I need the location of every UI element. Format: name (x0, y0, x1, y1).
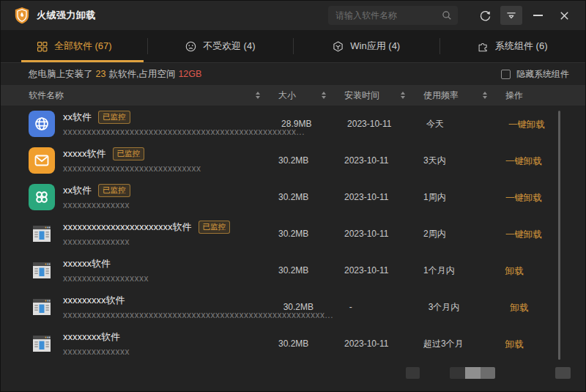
tab-label: 全部软件 (67) (54, 40, 112, 53)
window-app-icon (29, 257, 55, 284)
checkbox-icon[interactable] (501, 70, 511, 79)
tab-win-apps[interactable]: Win应用 (4) (293, 30, 440, 62)
minimize-button[interactable] (527, 6, 549, 25)
tab-all-software[interactable]: 全部软件 (67) (1, 30, 147, 62)
vertical-scrollbar-thumb[interactable] (558, 111, 560, 360)
install-date: 2023-10-11 (335, 339, 414, 349)
filter-button[interactable] (500, 6, 522, 25)
app-size: 30.2MB (269, 192, 335, 202)
table-row: xxxxxx软件 xxxxxxxxxxxxxxxxxx 30.2MB 2023-… (1, 252, 585, 289)
close-icon (559, 10, 570, 21)
minimize-icon (533, 15, 543, 16)
globe-app-icon (29, 111, 55, 137)
app-subtitle: xxxxxxxxxxxxxx (63, 237, 230, 247)
uninstall-link[interactable]: 一键卸载 (496, 155, 542, 168)
column-label: 软件名称 (29, 89, 64, 102)
close-button[interactable] (553, 6, 575, 25)
app-size: 30.2MB (269, 229, 335, 239)
search-box[interactable] (328, 6, 458, 25)
tab-bar: 全部软件 (67) 不受欢迎 (4) Win应用 (4) 系统组件 (6) (1, 30, 585, 63)
occupied-space: 12GB (178, 69, 201, 79)
sort-arrows-icon[interactable] (322, 92, 326, 99)
column-label: 大小 (278, 89, 296, 102)
usage-frequency: 今天 (417, 118, 499, 130)
window-app-icon (29, 294, 55, 320)
usage-frequency: 3个月内 (419, 301, 501, 314)
column-header-name[interactable]: 软件名称 (29, 89, 269, 102)
summary-text: 您电脑上安装了 (29, 68, 93, 81)
app-subtitle: xxxxxxxxxxxxxx (63, 200, 130, 210)
uninstall-link[interactable]: 卸载 (501, 302, 529, 314)
usage-frequency: 超过3个月 (414, 338, 496, 350)
tab-label: 不受欢迎 (4) (203, 40, 256, 53)
install-date: - (340, 302, 419, 312)
pagination-blurred-pages[interactable] (450, 367, 495, 379)
app-name: xxxxxx软件 (63, 257, 111, 270)
uninstall-link[interactable]: 一键卸载 (499, 119, 545, 131)
win-app-hexagon-icon (332, 40, 344, 53)
pagination-blurred-button[interactable] (555, 367, 571, 379)
table-row: xxxxxxxx软件 xxxxxxxxxxxxxx 30.2MB 2023-10… (1, 325, 585, 362)
install-date: 2023-10-11 (335, 155, 414, 166)
app-subtitle: xxxxxxxxxxxxxxxxxx (63, 273, 149, 284)
table-row: xx软件 已监控 xxxxxxxxxxxxxx 30.2MB 2023-10-1… (1, 179, 585, 215)
title-bar: 火绒强力卸载 (1, 1, 585, 30)
column-header-size[interactable]: 大小 (269, 89, 335, 102)
filter-icon (505, 10, 517, 21)
clover-app-icon (29, 184, 55, 210)
app-subtitle: xxxxxxxxxxxxxxxxxxxxxxxxxxxxxxxxxxxxxxxx… (63, 127, 272, 137)
table-row: xxxxxxxxxxxxxxxxxxxxxxx软件 已监控 xxxxxxxxxx… (1, 215, 585, 252)
sort-arrows-icon[interactable] (483, 92, 487, 99)
tab-label: Win应用 (4) (350, 40, 400, 53)
monitored-badge: 已监控 (98, 111, 130, 123)
usage-frequency: 3天内 (414, 155, 496, 167)
sort-arrows-icon[interactable] (256, 92, 260, 99)
app-size: 30.2MB (274, 302, 340, 312)
table-header: 软件名称 大小 安装时间 使用频率 操作 (1, 85, 585, 106)
search-icon (442, 10, 452, 21)
puzzle-icon (477, 40, 489, 53)
app-size: 30.2MB (269, 339, 335, 349)
table-row: xxxxxxxxx软件 xxxxxxxxxxxxxxxxxxxxxxxxxxxx… (1, 289, 585, 325)
tab-system-components[interactable]: 系统组件 (6) (440, 30, 586, 62)
app-name: xxxxxxxxxxxxxxxxxxxxxxx软件 (63, 221, 192, 234)
uninstall-link[interactable]: 卸载 (496, 265, 524, 278)
software-list: xx软件 已监控 xxxxxxxxxxxxxxxxxxxxxxxxxxxxxxx… (1, 106, 585, 362)
install-date: 2023-10-11 (335, 265, 414, 275)
usage-frequency: 1个月内 (414, 265, 496, 277)
column-header-install-date[interactable]: 安装时间 (335, 89, 414, 102)
uninstall-link[interactable]: 一键卸载 (496, 192, 542, 204)
app-subtitle: xxxxxxxxxxxxxx (63, 347, 130, 357)
hide-system-components-toggle[interactable]: 隐藏系统组件 (501, 68, 569, 81)
refresh-icon (479, 10, 492, 22)
app-size: 30.2MB (269, 265, 335, 275)
mail-app-icon (29, 147, 55, 174)
uninstall-link[interactable]: 卸载 (496, 339, 524, 351)
sad-face-icon (185, 40, 197, 53)
monitored-badge: 已监控 (199, 221, 231, 233)
app-title: 火绒强力卸载 (37, 9, 96, 22)
summary-text: 款软件,占用空间 (108, 68, 175, 81)
pagination-blurred-button[interactable] (406, 367, 420, 379)
app-subtitle: xxxxxxxxxxxxxxxxxxxxxxxxxxxxx (63, 163, 201, 174)
sort-arrows-icon[interactable] (401, 92, 405, 99)
monitored-badge: 已监控 (98, 184, 130, 196)
install-date: 2023-10-11 (338, 119, 417, 129)
tab-unwelcome[interactable]: 不受欢迎 (4) (147, 30, 294, 62)
hide-system-components-label: 隐藏系统组件 (516, 68, 569, 81)
summary-bar: 您电脑上安装了 23 款软件,占用空间 12GB 隐藏系统组件 (1, 63, 585, 85)
column-header-usage-frequency[interactable]: 使用频率 (414, 89, 496, 102)
install-date: 2023-10-11 (335, 229, 414, 239)
app-name: xxxxxxxxx软件 (63, 294, 125, 307)
search-input[interactable] (335, 10, 442, 21)
tab-label: 系统组件 (6) (495, 40, 548, 53)
column-header-action: 操作 (496, 89, 560, 102)
app-size: 28.9MB (272, 119, 338, 129)
column-label: 操作 (505, 89, 523, 102)
usage-frequency: 2周内 (414, 228, 496, 240)
app-name: xxxxxxxx软件 (63, 330, 120, 344)
uninstall-link[interactable]: 一键卸载 (496, 229, 542, 241)
app-size: 30.2MB (269, 155, 335, 166)
app-name: xx软件 (63, 111, 92, 124)
refresh-button[interactable] (474, 6, 496, 25)
